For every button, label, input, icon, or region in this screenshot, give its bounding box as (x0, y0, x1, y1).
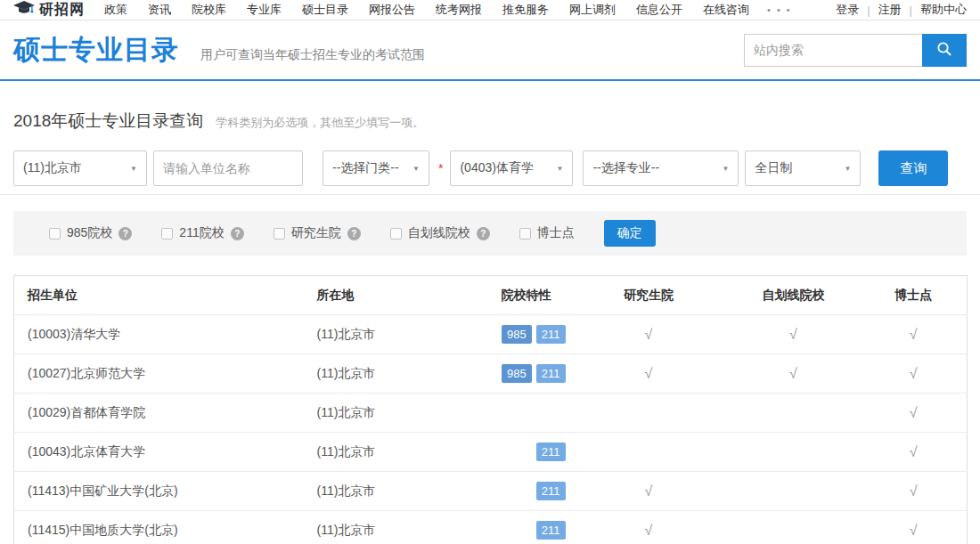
grad-school-cell: √ (571, 511, 727, 544)
location-cell: (11)北京市 (317, 315, 482, 354)
help-icon[interactable]: ? (118, 227, 132, 240)
badges-cell: 211 (482, 472, 571, 511)
help-icon[interactable]: ? (477, 227, 490, 240)
badges-cell: 985211 (482, 315, 571, 354)
nav-item-9[interactable]: 信息公开 (636, 2, 682, 18)
site-search-button[interactable] (922, 34, 967, 67)
badge-211: 211 (536, 325, 566, 344)
checkbox[interactable] (519, 228, 531, 240)
nav-more-dots[interactable]: • • • (767, 4, 792, 15)
badges-cell (482, 394, 571, 433)
nav-item-8[interactable]: 网上调剂 (569, 2, 616, 18)
chevron-down-icon: ▼ (837, 165, 852, 173)
nav-item-2[interactable]: 院校库 (192, 2, 226, 18)
checkbox[interactable] (49, 228, 61, 240)
nav-right-item-0[interactable]: 登录 (836, 2, 859, 18)
unit-name-field[interactable] (153, 150, 303, 186)
unit-name-input[interactable] (163, 161, 293, 175)
page-title: 硕士专业目录 (13, 32, 179, 69)
study-mode-select[interactable]: 全日制 ▼ (745, 150, 861, 186)
badges-cell: 211 (482, 433, 571, 472)
checkbox-groups: 985院校?211院校?研究生院?自划线院校?博士点 (49, 225, 575, 241)
badge-211: 211 (536, 482, 566, 500)
column-header-3: 研究生院 (571, 276, 727, 315)
doctoral-cell: √ (861, 433, 968, 472)
nav-right-item-1[interactable]: 注册 (878, 2, 902, 18)
help-icon[interactable]: ? (231, 227, 244, 240)
checkbox[interactable] (161, 228, 173, 240)
nav-item-10[interactable]: 在线咨询 (703, 2, 749, 18)
self-designated-cell: √ (727, 354, 861, 394)
table-row: (11413)中国矿业大学(北京)(11)北京市211√√ (14, 472, 968, 511)
location-cell: (11)北京市 (317, 354, 482, 394)
site-search (744, 34, 967, 67)
checkmark-icon: √ (645, 523, 653, 538)
badges-cell: 211 (482, 511, 571, 544)
location-cell: (11)北京市 (317, 511, 482, 544)
query-section-head: 2018年硕士专业目录查询 学科类别为必选项，其他至少填写一项。 (0, 110, 980, 133)
nav-item-5[interactable]: 网报公告 (369, 2, 415, 18)
unit-cell[interactable]: (10043)北京体育大学 (14, 433, 317, 472)
column-header-5: 博士点 (861, 276, 968, 315)
column-header-4: 自划线院校 (727, 276, 861, 315)
magnifier-icon (936, 41, 952, 60)
confirm-button[interactable]: 确定 (604, 220, 656, 247)
unit-cell[interactable]: (11415)中国地质大学(北京) (14, 511, 317, 544)
table-row: (10027)北京师范大学(11)北京市985211√√√ (14, 354, 968, 394)
column-header-1: 所在地 (317, 276, 482, 315)
checkbox-label: 自划线院校 (408, 225, 470, 241)
doctoral-cell: √ (861, 354, 968, 394)
discipline-select-value: (0403)体育学 (460, 160, 533, 176)
query-button[interactable]: 查询 (878, 150, 948, 186)
checkmark-icon: √ (645, 327, 653, 342)
unit-cell[interactable]: (11413)中国矿业大学(北京) (14, 472, 317, 511)
checkmark-icon: √ (910, 405, 918, 420)
major-select-value: --选择专业-- (592, 160, 659, 176)
nav-item-3[interactable]: 专业库 (247, 2, 282, 18)
doctoral-cell: √ (861, 472, 968, 511)
nav-right-item-2[interactable]: 帮助中心 (920, 2, 967, 18)
query-section-note: 学科类别为必选项，其他至少填写一项。 (216, 115, 424, 131)
nav-item-0[interactable]: 政策 (104, 2, 127, 18)
nav-item-4[interactable]: 硕士目录 (302, 2, 348, 18)
grad-school-cell (571, 433, 727, 472)
major-select[interactable]: --选择专业-- ▼ (583, 150, 739, 186)
help-icon[interactable]: ? (347, 227, 361, 240)
unit-cell[interactable]: (10003)清华大学 (14, 315, 317, 354)
self-designated-cell (727, 394, 861, 433)
unit-cell[interactable]: (10027)北京师范大学 (14, 354, 317, 394)
table-row: (10003)清华大学(11)北京市985211√√√ (14, 315, 968, 354)
location-cell: (11)北京市 (317, 472, 482, 511)
discipline-select[interactable]: (0403)体育学 ▼ (450, 150, 573, 186)
checkmark-icon: √ (910, 483, 918, 499)
checkbox-group-1: 211院校? (161, 225, 243, 241)
category-select[interactable]: --选择门类-- ▼ (323, 150, 429, 186)
unit-cell[interactable]: (10029)首都体育学院 (14, 394, 317, 433)
nav-separator: | (910, 4, 912, 17)
province-select[interactable]: (11)北京市 ▼ (13, 150, 147, 186)
badge-211: 211 (536, 521, 566, 540)
badge-985: 985 (502, 325, 532, 344)
location-cell: (11)北京市 (317, 394, 482, 433)
nav-right: 登录|注册|帮助中心 (836, 2, 967, 18)
grad-school-cell: √ (571, 315, 727, 354)
checkmark-icon: √ (910, 444, 918, 459)
site-search-input[interactable] (744, 34, 922, 67)
checkmark-icon: √ (789, 327, 797, 342)
nav-item-6[interactable]: 统考网报 (436, 2, 482, 18)
nav-item-7[interactable]: 推免服务 (502, 2, 549, 18)
checkmark-icon: √ (789, 366, 797, 381)
self-designated-cell: √ (727, 315, 861, 354)
checkbox-group-2: 研究生院? (274, 225, 361, 241)
location-cell: (11)北京市 (317, 433, 482, 472)
nav-item-1[interactable]: 资讯 (148, 2, 171, 18)
page-header: 硕士专业目录 用户可查询当年硕士招生专业的考试范围 (0, 20, 980, 81)
grad-school-cell: √ (571, 354, 727, 394)
checkbox[interactable] (390, 228, 402, 240)
checkmark-icon: √ (645, 483, 653, 499)
page-subtitle: 用户可查询当年硕士招生专业的考试范围 (200, 47, 425, 63)
required-asterisk: * (438, 161, 443, 175)
checkbox[interactable] (274, 228, 285, 240)
doctoral-cell: √ (861, 394, 968, 433)
site-logo[interactable]: 研招网 (13, 1, 85, 20)
